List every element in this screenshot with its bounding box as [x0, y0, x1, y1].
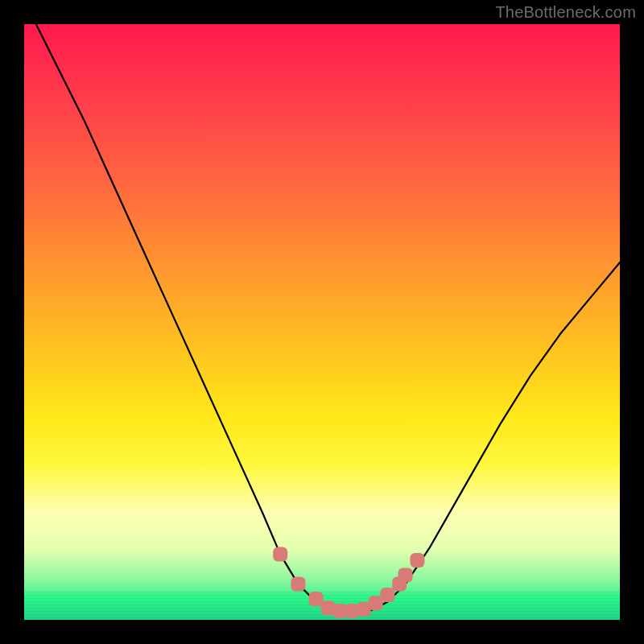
highlight-marker — [273, 547, 287, 562]
highlight-markers — [273, 547, 424, 618]
highlight-marker — [410, 553, 424, 568]
bottleneck-curve — [24, 24, 620, 611]
highlight-marker — [291, 577, 305, 592]
chart-svg — [24, 24, 620, 620]
chart-frame: TheBottleneck.com — [0, 0, 644, 644]
highlight-marker — [398, 568, 413, 583]
highlight-marker — [380, 588, 394, 602]
plot-area — [24, 24, 620, 620]
watermark-text: TheBottleneck.com — [495, 3, 636, 22]
